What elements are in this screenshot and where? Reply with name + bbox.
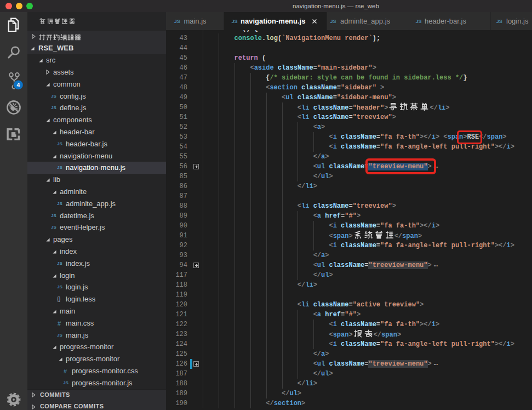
- svg-text:4: 4: [16, 82, 20, 88]
